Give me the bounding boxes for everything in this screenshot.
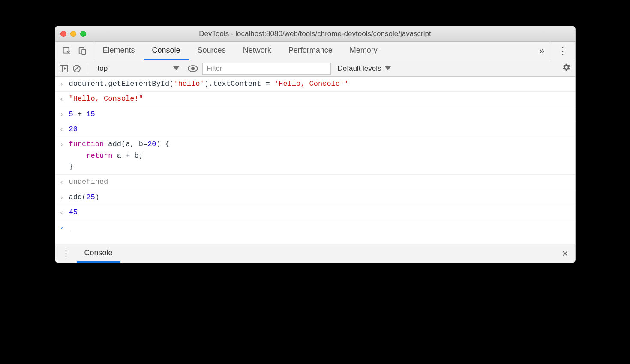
console-body[interactable]: ›document.getElementById('hello').textCo… bbox=[55, 77, 575, 244]
console-entry-content: undefined bbox=[69, 176, 571, 188]
output-prompt-icon: ‹ bbox=[60, 124, 69, 135]
svg-point-9 bbox=[191, 67, 195, 70]
execution-context-selector[interactable]: top bbox=[93, 63, 183, 74]
console-toolbar: top Default levels bbox=[55, 60, 575, 77]
minimize-window-button[interactable] bbox=[70, 31, 76, 37]
console-entry-content: document.getElementById('hello').textCon… bbox=[69, 78, 571, 90]
output-prompt-icon: ‹ bbox=[60, 93, 69, 104]
svg-rect-2 bbox=[82, 49, 85, 54]
panel-tabbar: ElementsConsoleSourcesNetworkPerformance… bbox=[55, 42, 575, 60]
drawer-close-icon[interactable]: × bbox=[555, 244, 575, 263]
tab-memory[interactable]: Memory bbox=[341, 42, 386, 60]
console-entry-content: 20 bbox=[69, 124, 571, 135]
dropdown-caret-icon bbox=[385, 66, 391, 70]
console-entry-content: add(25) bbox=[69, 192, 571, 203]
device-toolbar-icon[interactable] bbox=[78, 46, 87, 56]
console-entry-content: "Hello, Console!" bbox=[69, 93, 571, 104]
console-entry-content: function add(a, b=20) { return a + b; } bbox=[69, 139, 571, 173]
output-prompt-icon: ‹ bbox=[60, 176, 69, 188]
drawer-menu-icon[interactable]: ⋮ bbox=[55, 244, 77, 263]
tab-elements[interactable]: Elements bbox=[94, 42, 144, 60]
inspect-element-icon[interactable] bbox=[62, 46, 72, 56]
svg-line-7 bbox=[75, 66, 79, 71]
output-prompt-icon: ‹ bbox=[60, 207, 69, 218]
console-output-row: ‹"Hello, Console!" bbox=[55, 92, 575, 107]
tab-performance[interactable]: Performance bbox=[280, 42, 341, 60]
console-settings-icon[interactable] bbox=[562, 63, 571, 74]
drawer: ⋮ Console × bbox=[55, 244, 575, 263]
input-prompt-icon: › bbox=[60, 192, 69, 203]
input-prompt-icon: › bbox=[60, 139, 69, 150]
svg-rect-3 bbox=[60, 65, 68, 72]
console-input-row: ›add(25) bbox=[55, 190, 575, 205]
execution-context-label: top bbox=[98, 64, 108, 73]
close-window-button[interactable] bbox=[60, 31, 66, 37]
console-prompt-row[interactable]: › bbox=[55, 220, 575, 235]
clear-console-icon[interactable] bbox=[72, 64, 81, 73]
filter-input[interactable] bbox=[202, 63, 331, 75]
traffic-lights bbox=[60, 31, 86, 37]
log-levels-label: Default levels bbox=[338, 64, 381, 73]
tab-console[interactable]: Console bbox=[144, 42, 189, 60]
tab-sources[interactable]: Sources bbox=[189, 42, 234, 60]
drawer-tab-label: Console bbox=[84, 248, 113, 257]
main-menu-icon[interactable]: ⋮ bbox=[558, 45, 567, 57]
input-prompt-icon: › bbox=[60, 78, 69, 90]
console-output-row: ‹20 bbox=[55, 122, 575, 137]
titlebar: DevTools - localhost:8080/web/tools/chro… bbox=[55, 26, 575, 42]
panel-tabs: ElementsConsoleSourcesNetworkPerformance… bbox=[94, 42, 534, 60]
tab-network[interactable]: Network bbox=[234, 42, 280, 60]
devtools-window: DevTools - localhost:8080/web/tools/chro… bbox=[55, 26, 576, 263]
console-input-row: ›5 + 15 bbox=[55, 107, 575, 122]
console-entry-content: 5 + 15 bbox=[69, 109, 571, 120]
cursor bbox=[70, 223, 70, 231]
tabbar-right: ⋮ bbox=[550, 42, 575, 60]
window-title: DevTools - localhost:8080/web/tools/chro… bbox=[55, 30, 575, 38]
input-prompt-icon: › bbox=[60, 109, 69, 120]
drawer-tab-console[interactable]: Console bbox=[77, 244, 120, 263]
maximize-window-button[interactable] bbox=[80, 31, 86, 37]
console-prompt-input[interactable] bbox=[69, 222, 571, 233]
console-entry-content: 45 bbox=[69, 207, 571, 218]
active-prompt-icon: › bbox=[60, 222, 69, 233]
tabbar-tools bbox=[55, 42, 94, 60]
svg-marker-5 bbox=[64, 67, 66, 70]
console-output-row: ‹undefined bbox=[55, 175, 575, 190]
dropdown-caret-icon bbox=[173, 66, 179, 70]
console-input-row: ›document.getElementById('hello').textCo… bbox=[55, 77, 575, 92]
show-sidebar-icon[interactable] bbox=[60, 65, 68, 72]
console-input-row: ›function add(a, b=20) { return a + b; } bbox=[55, 137, 575, 175]
console-output-row: ‹45 bbox=[55, 205, 575, 220]
tabs-overflow-button[interactable]: » bbox=[534, 42, 549, 60]
log-levels-selector[interactable]: Default levels bbox=[335, 64, 393, 73]
separator bbox=[87, 64, 87, 73]
live-expression-icon[interactable] bbox=[188, 65, 198, 72]
